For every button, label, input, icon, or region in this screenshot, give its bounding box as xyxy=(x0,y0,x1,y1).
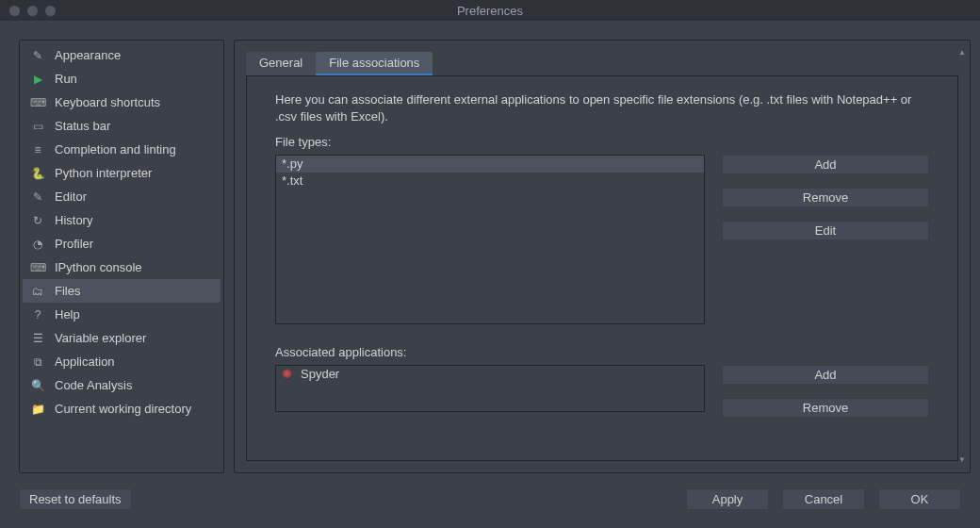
sidebar-item-completion-and-linting[interactable]: ≡Completion and linting xyxy=(23,138,220,161)
current-working-directory-icon: 📁 xyxy=(30,403,45,416)
completion-and-linting-icon: ≡ xyxy=(30,143,45,157)
add-app-button[interactable]: Add xyxy=(722,365,929,385)
edit-filetype-button[interactable]: Edit xyxy=(722,221,929,240)
sidebar-item-python-interpreter[interactable]: 🐍Python interpreter xyxy=(23,161,220,185)
assoc-apps-list[interactable]: ✺Spyder xyxy=(275,365,705,412)
sidebar-item-status-bar[interactable]: ▭Status bar xyxy=(23,114,220,138)
help-icon: ? xyxy=(30,308,45,322)
scroll-down-icon: ▼ xyxy=(956,455,968,465)
editor-icon: ✎ xyxy=(30,190,45,204)
sidebar-item-code-analysis[interactable]: 🔍Code Analysis xyxy=(23,373,220,397)
filetype-item[interactable]: *.txt xyxy=(276,173,704,190)
sidebar-item-appearance[interactable]: ✎Appearance xyxy=(23,43,220,67)
sidebar-item-label: Application xyxy=(55,355,115,369)
sidebar-item-label: Current working directory xyxy=(55,402,191,416)
sidebar-item-label: Profiler xyxy=(55,237,93,251)
sidebar-item-label: Python interpreter xyxy=(55,166,152,180)
file-types-label: File types: xyxy=(275,135,929,149)
run-icon: ▶ xyxy=(30,73,45,86)
remove-app-button[interactable]: Remove xyxy=(722,398,929,418)
content-area: ✎Appearance▶Run⌨Keyboard shortcuts▭Statu… xyxy=(0,21,980,483)
sidebar-item-label: IPython console xyxy=(55,260,142,274)
code-analysis-icon: 🔍 xyxy=(30,379,45,392)
sidebar-item-files[interactable]: 🗂Files xyxy=(23,279,220,303)
appearance-icon: ✎ xyxy=(30,49,45,62)
files-icon: 🗂 xyxy=(30,285,45,298)
sidebar-item-label: Appearance xyxy=(55,48,121,62)
filetype-item[interactable]: *.py xyxy=(276,156,704,173)
profiler-icon: ◔ xyxy=(30,238,45,251)
detail-scrollbar[interactable]: ▲ ▼ xyxy=(956,48,968,465)
preferences-sidebar: ✎Appearance▶Run⌨Keyboard shortcuts▭Statu… xyxy=(19,40,224,473)
sidebar-item-help[interactable]: ?Help xyxy=(23,303,220,326)
file-types-buttons: Add Remove Edit xyxy=(722,155,929,324)
sidebar-item-run[interactable]: ▶Run xyxy=(23,67,220,91)
reset-defaults-button[interactable]: Reset to defaults xyxy=(19,488,132,510)
sidebar-item-label: Status bar xyxy=(55,119,110,133)
detail-pane: GeneralFile associations Here you can as… xyxy=(234,40,971,473)
history-icon: ↻ xyxy=(30,214,45,227)
remove-filetype-button[interactable]: Remove xyxy=(722,188,929,207)
file-types-list[interactable]: *.py*.txt xyxy=(275,155,705,324)
sidebar-item-history[interactable]: ↻History xyxy=(23,208,220,232)
sidebar-item-editor[interactable]: ✎Editor xyxy=(23,185,220,208)
sidebar-item-label: Variable explorer xyxy=(55,331,146,345)
sidebar-item-current-working-directory[interactable]: 📁Current working directory xyxy=(23,397,220,421)
sidebar-item-label: Code Analysis xyxy=(55,378,132,392)
sidebar-item-ipython-console[interactable]: ⌨IPython console xyxy=(23,256,220,279)
footer: Reset to defaults Apply Cancel OK xyxy=(0,483,980,520)
ipython-console-icon: ⌨ xyxy=(30,261,45,274)
file-associations-panel: Here you can associate different externa… xyxy=(246,75,958,461)
application-icon: ⧉ xyxy=(30,355,45,369)
cancel-button[interactable]: Cancel xyxy=(782,488,865,510)
status-bar-icon: ▭ xyxy=(30,120,45,133)
ok-button[interactable]: OK xyxy=(878,488,961,510)
sidebar-item-application[interactable]: ⧉Application xyxy=(23,350,220,373)
python-interpreter-icon: 🐍 xyxy=(30,167,45,180)
sidebar-item-label: History xyxy=(55,213,92,227)
spyder-icon: ✺ xyxy=(282,366,295,383)
assoc-apps-label: Associated applications: xyxy=(275,345,929,359)
sidebar-item-variable-explorer[interactable]: ☰Variable explorer xyxy=(23,326,220,350)
sidebar-item-keyboard-shortcuts[interactable]: ⌨Keyboard shortcuts xyxy=(23,91,220,114)
app-item[interactable]: ✺Spyder xyxy=(276,366,704,383)
sidebar-item-label: Keyboard shortcuts xyxy=(55,95,160,109)
titlebar: Preferences xyxy=(0,0,980,21)
tab-general[interactable]: General xyxy=(246,52,316,75)
sidebar-item-label: Files xyxy=(55,284,80,298)
tab-file-associations[interactable]: File associations xyxy=(316,52,433,75)
sidebar-item-profiler[interactable]: ◔Profiler xyxy=(23,232,220,256)
sidebar-item-label: Help xyxy=(55,307,80,322)
apply-button[interactable]: Apply xyxy=(686,488,769,510)
sidebar-item-label: Completion and linting xyxy=(55,142,176,157)
tabs: GeneralFile associations xyxy=(235,41,970,75)
keyboard-shortcuts-icon: ⌨ xyxy=(30,96,45,109)
scroll-up-icon: ▲ xyxy=(956,48,968,58)
panel-description: Here you can associate different externa… xyxy=(275,91,929,125)
sidebar-item-label: Editor xyxy=(55,190,87,204)
window-title: Preferences xyxy=(0,4,980,18)
variable-explorer-icon: ☰ xyxy=(30,332,45,345)
sidebar-item-label: Run xyxy=(55,72,77,86)
add-filetype-button[interactable]: Add xyxy=(722,155,929,174)
assoc-apps-buttons: Add Remove xyxy=(722,365,929,418)
